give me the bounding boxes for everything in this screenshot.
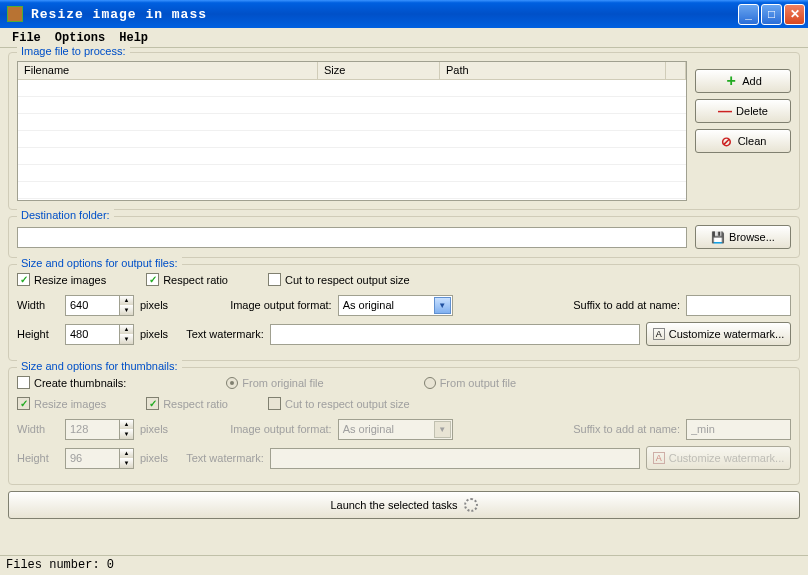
thumb-height-label: Height xyxy=(17,452,59,464)
resize-images-label: Resize images xyxy=(34,274,106,286)
customize-watermark-label: Customize watermark... xyxy=(669,328,785,340)
thumb-resize-checkbox xyxy=(17,397,30,410)
plus-icon: + xyxy=(724,74,738,88)
thumb-height-input xyxy=(65,448,119,469)
table-row xyxy=(18,114,686,131)
menu-help[interactable]: Help xyxy=(113,29,154,47)
thumb-width-input xyxy=(65,419,119,440)
statusbar: Files number: 0 xyxy=(0,555,808,573)
forbidden-icon: ⊘ xyxy=(720,134,734,148)
thumb-cut-checkbox xyxy=(268,397,281,410)
delete-button[interactable]: —Delete xyxy=(695,99,791,123)
add-button-label: Add xyxy=(742,75,762,87)
col-path[interactable]: Path xyxy=(440,62,666,79)
thumb-resize-label: Resize images xyxy=(34,398,106,410)
add-button[interactable]: +Add xyxy=(695,69,791,93)
thumb-watermark-label: Text watermark: xyxy=(186,452,264,464)
spin-down-icon: ▼ xyxy=(120,458,133,468)
launch-button[interactable]: Launch the selected tasks xyxy=(8,491,800,519)
from-output-radio xyxy=(424,377,436,389)
spin-down-icon[interactable]: ▼ xyxy=(120,334,133,344)
maximize-button[interactable]: □ xyxy=(761,4,782,25)
from-output-label: From output file xyxy=(440,377,516,389)
thumb-customize-watermark-button: ACustomize watermark... xyxy=(646,446,791,470)
text-icon: A xyxy=(653,452,665,464)
width-label: Width xyxy=(17,299,59,311)
minus-icon: — xyxy=(718,104,732,118)
cut-respect-label: Cut to respect output size xyxy=(285,274,410,286)
respect-ratio-label: Respect ratio xyxy=(163,274,228,286)
browse-button-label: Browse... xyxy=(729,231,775,243)
create-thumbnails-label: Create thumbnails: xyxy=(34,377,126,389)
menu-options[interactable]: Options xyxy=(49,29,111,47)
table-row xyxy=(18,80,686,97)
group-files-legend: Image file to process: xyxy=(17,45,130,57)
table-row xyxy=(18,131,686,148)
minimize-button[interactable]: _ xyxy=(738,4,759,25)
menu-file[interactable]: File xyxy=(6,29,47,47)
chevron-down-icon: ▼ xyxy=(434,297,451,314)
thumb-format-label: Image output format: xyxy=(230,423,332,435)
group-image-files: Image file to process: Filename Size Pat… xyxy=(8,52,800,210)
text-icon: A xyxy=(653,328,665,340)
destination-input[interactable] xyxy=(17,227,687,248)
disk-icon: 💾 xyxy=(711,230,725,244)
height-label: Height xyxy=(17,328,59,340)
spin-up-icon: ▲ xyxy=(120,420,133,430)
group-destination: Destination folder: 💾Browse... xyxy=(8,216,800,258)
thumb-width-spinner: ▲▼ xyxy=(65,419,134,440)
close-button[interactable]: ✕ xyxy=(784,4,805,25)
group-output-options: Size and options for output files: Resiz… xyxy=(8,264,800,361)
clean-button-label: Clean xyxy=(738,135,767,147)
col-filename[interactable]: Filename xyxy=(18,62,318,79)
format-select[interactable]: As original▼ xyxy=(338,295,453,316)
spin-up-icon[interactable]: ▲ xyxy=(120,296,133,306)
height-input[interactable] xyxy=(65,324,119,345)
create-thumbnails-checkbox[interactable] xyxy=(17,376,30,389)
pixels-label: pixels xyxy=(140,299,168,311)
customize-watermark-button[interactable]: ACustomize watermark... xyxy=(646,322,791,346)
chevron-down-icon: ▼ xyxy=(434,421,451,438)
pixels-label: pixels xyxy=(140,328,168,340)
browse-button[interactable]: 💾Browse... xyxy=(695,225,791,249)
height-spinner[interactable]: ▲▼ xyxy=(65,324,134,345)
cut-respect-checkbox[interactable] xyxy=(268,273,281,286)
file-table[interactable]: Filename Size Path xyxy=(17,61,687,201)
watermark-input[interactable] xyxy=(270,324,640,345)
col-spacer xyxy=(666,62,686,79)
titlebar: Resize image in mass _ □ ✕ xyxy=(0,0,808,28)
resize-images-checkbox[interactable] xyxy=(17,273,30,286)
from-original-radio xyxy=(226,377,238,389)
thumb-format-select: As original▼ xyxy=(338,419,453,440)
group-dest-legend: Destination folder: xyxy=(17,209,114,221)
table-row xyxy=(18,182,686,199)
delete-button-label: Delete xyxy=(736,105,768,117)
gear-icon xyxy=(464,498,478,512)
table-row xyxy=(18,165,686,182)
thumb-format-value: As original xyxy=(343,423,394,435)
spin-up-icon[interactable]: ▲ xyxy=(120,325,133,335)
thumb-height-spinner: ▲▼ xyxy=(65,448,134,469)
app-icon xyxy=(7,6,23,22)
suffix-input[interactable] xyxy=(686,295,791,316)
thumb-customize-watermark-label: Customize watermark... xyxy=(669,452,785,464)
format-label: Image output format: xyxy=(230,299,332,311)
files-count: Files number: 0 xyxy=(6,558,114,572)
pixels-label: pixels xyxy=(140,452,168,464)
spin-down-icon[interactable]: ▼ xyxy=(120,305,133,315)
group-thumbnail-options: Size and options for thumbnails: Create … xyxy=(8,367,800,485)
thumb-suffix-label: Suffix to add at name: xyxy=(573,423,680,435)
spin-down-icon: ▼ xyxy=(120,429,133,439)
suffix-label: Suffix to add at name: xyxy=(573,299,680,311)
clean-button[interactable]: ⊘Clean xyxy=(695,129,791,153)
watermark-label: Text watermark: xyxy=(186,328,264,340)
thumb-respect-checkbox xyxy=(146,397,159,410)
table-row xyxy=(18,97,686,114)
col-size[interactable]: Size xyxy=(318,62,440,79)
window-title: Resize image in mass xyxy=(27,7,738,22)
width-input[interactable] xyxy=(65,295,119,316)
respect-ratio-checkbox[interactable] xyxy=(146,273,159,286)
thumb-width-label: Width xyxy=(17,423,59,435)
file-table-body xyxy=(18,80,686,200)
width-spinner[interactable]: ▲▼ xyxy=(65,295,134,316)
